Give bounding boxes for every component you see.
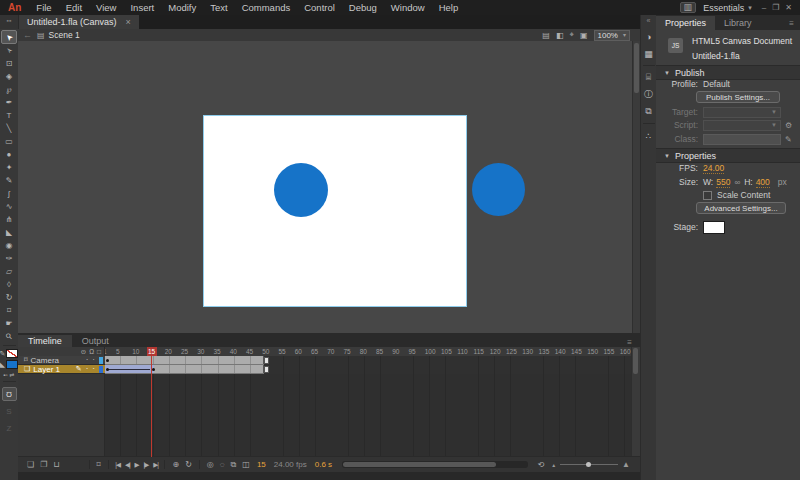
- restore-button[interactable]: ❐: [769, 3, 782, 12]
- frames-row-layer-1[interactable]: [105, 365, 632, 374]
- fill-color-control[interactable]: ◣: [0, 359, 18, 370]
- target-dropdown[interactable]: ▼: [703, 107, 781, 118]
- back-arrow-icon[interactable]: ←: [18, 30, 37, 40]
- slider-thumb[interactable]: [586, 462, 591, 467]
- frame-span[interactable]: [105, 356, 264, 365]
- polystar-tool[interactable]: ✦: [1, 161, 17, 174]
- camera-toggle-button[interactable]: ⌑: [94, 460, 104, 469]
- center-frame-button[interactable]: ⊕: [169, 460, 182, 469]
- menu-edit[interactable]: Edit: [59, 0, 89, 15]
- menu-window[interactable]: Window: [384, 0, 432, 15]
- layer-outline-color-swatch[interactable]: [99, 366, 103, 373]
- stage-zoom-select[interactable]: 100%▾: [594, 30, 630, 41]
- script-dropdown[interactable]: ▼: [703, 120, 781, 131]
- close-icon[interactable]: ×: [126, 17, 131, 27]
- menu-debug[interactable]: Debug: [342, 0, 384, 15]
- subselection-tool[interactable]: ➢: [1, 44, 17, 57]
- selection-tool[interactable]: ➤: [1, 30, 17, 44]
- frame-span-end-marker[interactable]: [264, 357, 269, 364]
- menu-modify[interactable]: Modify: [161, 0, 203, 15]
- panel-menu-icon[interactable]: ≡: [627, 338, 640, 347]
- playhead-marker[interactable]: 15: [147, 347, 157, 356]
- menu-commands[interactable]: Commands: [235, 0, 298, 15]
- zoom-tool[interactable]: ⚲: [1, 330, 17, 343]
- minimize-button[interactable]: –: [759, 3, 769, 12]
- tween-span[interactable]: [105, 365, 154, 374]
- circle-on-pasteboard[interactable]: [472, 163, 525, 216]
- edit-scene-icon[interactable]: ▤: [542, 31, 550, 40]
- layer-row-layer-1[interactable]: ❏Layer 1✎··: [18, 365, 105, 374]
- visibility-dot[interactable]: ·: [86, 357, 89, 363]
- free-transform-tool[interactable]: ⊡: [1, 57, 17, 70]
- keyframe-dot[interactable]: [106, 359, 109, 362]
- fill-color-swatch[interactable]: [6, 360, 18, 369]
- tab-properties[interactable]: Properties: [656, 16, 715, 30]
- menu-insert[interactable]: Insert: [123, 0, 161, 15]
- zoom-in-frames-icon[interactable]: ▲: [622, 460, 630, 469]
- wrench-icon[interactable]: ⚙: [785, 121, 792, 130]
- oval-tool[interactable]: ●: [1, 148, 17, 161]
- paint-brush-tool[interactable]: ∿: [1, 200, 17, 213]
- scrollbar-thumb[interactable]: [634, 43, 639, 93]
- hand-tool[interactable]: ☛: [1, 317, 17, 330]
- link-icon[interactable]: ∞: [734, 178, 740, 187]
- fps-value[interactable]: 24.00: [703, 163, 724, 174]
- pencil-tool[interactable]: ✎: [1, 174, 17, 187]
- tab-output[interactable]: Output: [72, 335, 119, 347]
- go-to-first-frame-button[interactable]: |◀: [113, 461, 123, 469]
- color-panel-button[interactable]: ◑: [641, 29, 656, 44]
- rectangle-tool[interactable]: ▭: [1, 135, 17, 148]
- center-frame-icon[interactable]: ⌖: [569, 30, 574, 40]
- stroke-color-control[interactable]: ✎: [0, 348, 18, 359]
- menu-text[interactable]: Text: [203, 0, 234, 15]
- menu-help[interactable]: Help: [432, 0, 466, 15]
- lasso-tool[interactable]: ℘: [1, 83, 17, 96]
- advanced-settings-button[interactable]: Advanced Settings...: [696, 202, 786, 214]
- snap-to-objects-button[interactable]: Ω: [2, 387, 17, 401]
- keyframe-dot[interactable]: [106, 368, 109, 371]
- menu-control[interactable]: Control: [297, 0, 342, 15]
- onion-skin-button[interactable]: ◎: [204, 460, 217, 469]
- swap-colors-icon[interactable]: ⇄: [10, 371, 15, 378]
- tab-timeline[interactable]: Timeline: [18, 335, 72, 347]
- width-value[interactable]: 550: [716, 177, 730, 188]
- tools-panel-collapse[interactable]: ▪▪: [0, 15, 19, 29]
- collapse-panels-icon[interactable]: «: [647, 17, 651, 24]
- eyedropper-tool[interactable]: ✑: [1, 252, 17, 265]
- edit-multiple-frames-button[interactable]: ⧉: [228, 460, 240, 470]
- timeline-zoom-slider[interactable]: [560, 464, 618, 465]
- new-folder-button[interactable]: ❐: [37, 460, 50, 469]
- clip-content-outside-stage-icon[interactable]: ▣: [580, 31, 588, 40]
- go-to-last-frame-button[interactable]: ▶|: [151, 461, 161, 469]
- width-tool[interactable]: ◊: [1, 278, 17, 291]
- panel-menu-icon[interactable]: ≡: [783, 17, 800, 30]
- keyframe-dot[interactable]: [152, 368, 155, 371]
- circle-on-stage[interactable]: [274, 163, 328, 217]
- close-button[interactable]: ✕: [782, 3, 795, 12]
- asset-warp-tool[interactable]: ↻: [1, 291, 17, 304]
- scale-content-checkbox[interactable]: [703, 191, 712, 200]
- menu-file[interactable]: File: [29, 0, 58, 15]
- frame-rate-indicator[interactable]: 24.00 fps: [270, 460, 311, 469]
- workspace-selector[interactable]: Essentials ▾: [703, 3, 752, 13]
- stroke-color-swatch[interactable]: [6, 349, 18, 358]
- ink-bottle-tool[interactable]: ◉: [1, 239, 17, 252]
- playhead-line[interactable]: [151, 356, 152, 457]
- height-value[interactable]: 400: [756, 177, 770, 188]
- stage-area[interactable]: [18, 41, 640, 333]
- step-forward-button[interactable]: |▶: [141, 461, 151, 469]
- line-tool[interactable]: ╲: [1, 122, 17, 135]
- brush-library-panel-button[interactable]: ∴: [641, 128, 656, 143]
- loop-button[interactable]: ↻: [182, 460, 195, 469]
- transform-panel-button[interactable]: ⧉: [641, 104, 656, 119]
- publish-settings-button[interactable]: Publish Settings...: [696, 91, 780, 103]
- stage-color-swatch[interactable]: [703, 221, 725, 234]
- outline-icon[interactable]: □: [97, 348, 101, 355]
- gradient-transform-tool[interactable]: ◈: [1, 70, 17, 83]
- scrollbar-thumb[interactable]: [633, 348, 638, 374]
- pen-tool[interactable]: ✒: [1, 96, 17, 109]
- timeline-vertical-scrollbar[interactable]: [631, 347, 640, 457]
- menu-view[interactable]: View: [89, 0, 123, 15]
- tab-library[interactable]: Library: [715, 16, 761, 30]
- stage[interactable]: [203, 115, 467, 307]
